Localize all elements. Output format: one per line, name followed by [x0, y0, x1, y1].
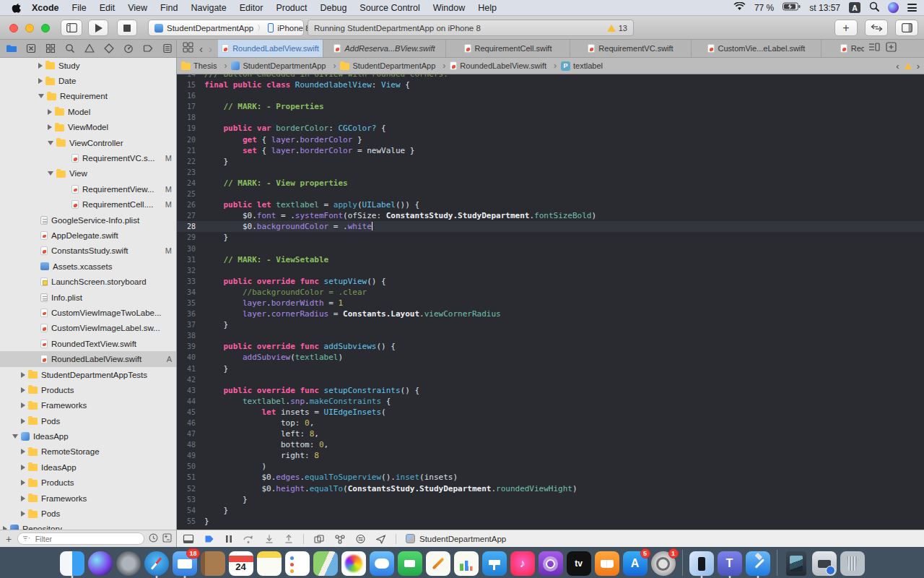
code-line[interactable]: 40 addSubview(textlabel)	[177, 352, 924, 363]
file-tree-row[interactable]: Repository	[0, 522, 176, 530]
line-number[interactable]: 43	[177, 385, 204, 396]
code-line[interactable]: 49 right: 8	[177, 450, 924, 461]
dock-icon-installer[interactable]	[812, 551, 837, 576]
filter-input[interactable]	[34, 534, 139, 544]
spotlight-icon[interactable]	[869, 1, 879, 14]
file-tree-row[interactable]: Frameworks	[0, 491, 176, 506]
breadcrumb-item[interactable]: Ptextlabel	[561, 61, 606, 71]
code-line[interactable]: 35 layer.borderWidth = 1	[177, 298, 924, 309]
line-number[interactable]: 33	[177, 276, 204, 287]
code-line[interactable]: 30	[177, 243, 924, 254]
dock-icon-finder[interactable]	[60, 551, 84, 576]
menu-item-debug[interactable]: Debug	[321, 3, 347, 13]
line-number[interactable]: 45	[177, 407, 204, 418]
file-tree-row[interactable]: ViewModel	[0, 120, 176, 135]
code-line[interactable]: 31 // MARK: - ViewSetable	[177, 254, 924, 265]
window-minimize-button[interactable]	[25, 24, 34, 33]
code-line[interactable]: 32	[177, 265, 924, 276]
line-number[interactable]: 53	[177, 494, 204, 505]
dock-icon-mail[interactable]: 18	[173, 551, 197, 576]
breakpoints-toggle-icon[interactable]	[204, 534, 215, 544]
line-number[interactable]: 17	[177, 101, 204, 112]
code-line[interactable]: 16	[177, 90, 924, 101]
scheme-destination[interactable]: iPhone 8	[277, 24, 310, 33]
menu-item-product[interactable]: Product	[276, 3, 307, 13]
dock-icon-teams[interactable]: T	[718, 551, 742, 576]
hide-debug-area-icon[interactable]	[183, 534, 194, 544]
line-number[interactable]: 52	[177, 483, 204, 494]
code-line[interactable]: 55}	[177, 516, 924, 527]
line-number[interactable]: 18	[177, 112, 204, 123]
menu-item-find[interactable]: Find	[160, 3, 178, 13]
memory-graph-icon[interactable]	[334, 534, 346, 544]
code-line[interactable]: 42	[177, 374, 924, 385]
apple-menu-icon[interactable]	[12, 2, 22, 14]
file-tree-row[interactable]: Pods	[0, 506, 176, 521]
line-number[interactable]: 15	[177, 79, 204, 90]
menu-bar-clock[interactable]: st 13:57	[809, 3, 840, 13]
breadcrumb-item[interactable]: RoundedLabelView.swift	[450, 61, 561, 71]
code-line[interactable]: 39 public override func addSubviews() {	[177, 341, 924, 352]
file-tree-row[interactable]: RoundedTextView.swift	[0, 336, 176, 351]
editor-tab[interactable]: AddReserva...BView.swift	[323, 40, 446, 57]
add-file-button[interactable]: +	[4, 533, 13, 545]
step-over-icon[interactable]	[243, 534, 255, 544]
issue-navigator-icon[interactable]	[84, 43, 95, 54]
breadcrumb-item[interactable]: StudentDepartmentApp	[340, 61, 450, 71]
line-number[interactable]: 51	[177, 472, 204, 483]
line-number[interactable]: 47	[177, 428, 204, 439]
menu-item-editor[interactable]: Editor	[240, 3, 263, 13]
file-tree-row[interactable]: RoundedLabelView.swiftA	[0, 351, 176, 366]
file-tree-row[interactable]: Requirement	[0, 89, 176, 104]
pause-icon[interactable]	[225, 534, 233, 544]
file-tree-row[interactable]: CustomViewImageTwoLabe...	[0, 305, 176, 320]
line-number[interactable]: 40	[177, 352, 204, 363]
line-number[interactable]: 55	[177, 516, 204, 527]
dock-icon-tv[interactable]: tv	[567, 551, 591, 576]
line-number[interactable]: 39	[177, 341, 204, 352]
window-zoom-button[interactable]	[41, 24, 50, 33]
tab-list-icon[interactable]	[868, 42, 880, 55]
breadcrumb-item[interactable]: Thesis	[181, 61, 231, 71]
menu-item-window[interactable]: Window	[433, 3, 465, 13]
code-line[interactable]: 50 )	[177, 461, 924, 472]
code-area[interactable]: 14/// Button embedded in UIView with rou…	[177, 74, 924, 527]
file-tree-row[interactable]: Model	[0, 104, 176, 119]
line-number[interactable]: 22	[177, 156, 204, 167]
go-forward-button[interactable]: ›	[209, 43, 212, 54]
code-line[interactable]: 26 public let textlabel = apply(UILabel(…	[177, 199, 924, 210]
code-line[interactable]: 44 textlabel.snp.makeConstraints {	[177, 396, 924, 407]
go-back-button[interactable]: ‹	[199, 43, 203, 54]
dock-icon-settings[interactable]: 1	[651, 551, 676, 576]
line-number[interactable]: 30	[177, 243, 204, 254]
disclosure-triangle-icon[interactable]	[21, 511, 25, 517]
dock-icon-xcode[interactable]	[746, 551, 770, 576]
file-tree-row[interactable]: IdeasApp	[0, 460, 176, 475]
file-tree-row[interactable]: Products	[0, 475, 176, 491]
code-line[interactable]: 38	[177, 330, 924, 341]
dock-icon-siri[interactable]	[88, 551, 113, 576]
file-tree-row[interactable]: ViewController	[0, 135, 176, 150]
window-tab-button[interactable]	[61, 20, 82, 36]
jump-back-icon[interactable]: ‹	[896, 61, 899, 72]
file-tree-row[interactable]: Pods	[0, 413, 176, 428]
file-tree-row[interactable]: CustomViewImageLabel.sw...	[0, 321, 176, 336]
line-number[interactable]: 41	[177, 363, 204, 374]
menu-item-edit[interactable]: Edit	[100, 3, 116, 13]
scheme-app-name[interactable]: StudentDepartmentApp	[167, 24, 253, 33]
dock-icon-keynote[interactable]	[482, 551, 507, 576]
editor-tab[interactable]: CustomVie...eLabel.swift	[692, 40, 821, 57]
run-button[interactable]	[88, 20, 108, 36]
line-number[interactable]: 49	[177, 450, 204, 461]
source-editor[interactable]: 14/// Button embedded in UIView with rou…	[177, 74, 924, 530]
line-number[interactable]: 20	[177, 134, 204, 145]
line-number[interactable]: 37	[177, 319, 204, 330]
dock-icon-books[interactable]	[595, 551, 619, 576]
battery-icon[interactable]	[783, 2, 801, 13]
disclosure-triangle-icon[interactable]	[21, 387, 25, 393]
recent-files-filter-icon[interactable]	[149, 532, 158, 545]
dock-icon-trash[interactable]	[840, 551, 865, 576]
line-number[interactable]: 14	[177, 74, 204, 79]
file-tree-row[interactable]: LaunchScreen.storyboard	[0, 274, 176, 289]
code-line[interactable]: 47 left: 8,	[177, 428, 924, 439]
